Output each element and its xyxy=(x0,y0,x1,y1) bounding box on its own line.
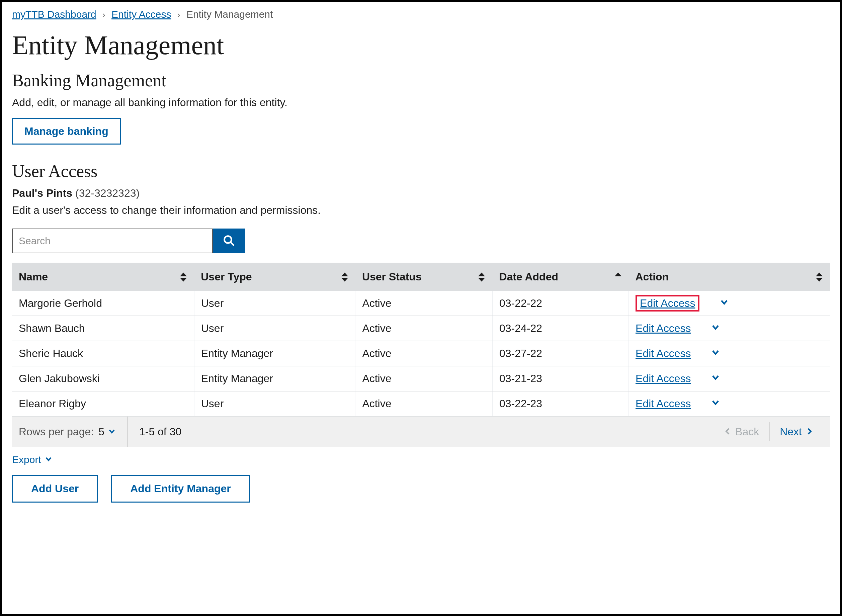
search-icon xyxy=(223,235,235,248)
sort-icon xyxy=(341,272,348,282)
col-header-user-type[interactable]: User Type xyxy=(194,263,355,291)
cell-name: Glen Jakubowski xyxy=(12,366,194,391)
pagination-back-button[interactable]: Back xyxy=(714,417,769,447)
chevron-down-icon xyxy=(41,454,53,465)
sort-icon xyxy=(180,272,187,282)
edit-access-link[interactable]: Edit Access xyxy=(635,322,691,334)
edit-access-link[interactable]: Edit Access xyxy=(635,347,691,359)
pagination-range: 1-5 of 30 xyxy=(128,425,181,438)
cell-action: Edit Access xyxy=(629,291,830,316)
edit-access-link[interactable]: Edit Access xyxy=(635,295,700,311)
table-row: Eleanor RigbyUserActive03-22-23Edit Acce… xyxy=(12,391,830,416)
col-header-action[interactable]: Action xyxy=(629,263,830,291)
sort-icon xyxy=(816,272,823,282)
row-expand-toggle[interactable] xyxy=(711,373,720,385)
banking-section-description: Add, edit, or manage all banking informa… xyxy=(12,96,830,109)
breadcrumb-current: Entity Management xyxy=(186,9,273,20)
col-header-user-status[interactable]: User Status xyxy=(355,263,493,291)
sort-icon xyxy=(478,272,485,282)
cell-user-status: Active xyxy=(355,366,493,391)
search-input[interactable] xyxy=(12,229,213,253)
export-label: Export xyxy=(12,454,41,465)
user-access-table: Name User Type User Status Date Added Ac… xyxy=(12,263,830,417)
cell-user-type: Entity Manager xyxy=(194,341,355,366)
rows-per-page-label: Rows per page: xyxy=(19,425,94,438)
cell-name: Margorie Gerhold xyxy=(12,291,194,316)
cell-user-status: Active xyxy=(355,291,493,316)
breadcrumb: myTTB Dashboard › Entity Access › Entity… xyxy=(12,9,830,20)
banking-section-title: Banking Management xyxy=(12,70,830,90)
row-expand-toggle[interactable] xyxy=(720,297,729,309)
add-user-button[interactable]: Add User xyxy=(12,475,98,503)
col-header-label: Date Added xyxy=(499,271,558,283)
breadcrumb-link-entity-access[interactable]: Entity Access xyxy=(111,9,171,20)
chevron-down-icon xyxy=(108,425,116,438)
manage-banking-button[interactable]: Manage banking xyxy=(12,118,121,145)
cell-user-type: Entity Manager xyxy=(194,366,355,391)
cell-user-type: User xyxy=(194,316,355,341)
cell-name: Eleanor Rigby xyxy=(12,391,194,416)
chevron-right-icon: › xyxy=(177,10,180,20)
chevron-down-icon xyxy=(711,397,720,409)
edit-access-link[interactable]: Edit Access xyxy=(635,397,691,409)
col-header-label: Action xyxy=(635,271,669,283)
chevron-right-icon xyxy=(805,425,813,438)
chevron-down-icon xyxy=(711,347,720,359)
search-button[interactable] xyxy=(213,229,245,253)
cell-action: Edit Access xyxy=(629,391,830,416)
cell-date-added: 03-24-22 xyxy=(492,316,628,341)
chevron-down-icon xyxy=(711,322,720,334)
col-header-name[interactable]: Name xyxy=(12,263,194,291)
cell-user-type: User xyxy=(194,391,355,416)
table-row: Margorie GerholdUserActive03-22-22Edit A… xyxy=(12,291,830,316)
cell-user-status: Active xyxy=(355,341,493,366)
page-title: Entity Management xyxy=(12,30,830,60)
chevron-down-icon xyxy=(711,373,720,384)
cell-action: Edit Access xyxy=(629,341,830,366)
cell-date-added: 03-22-22 xyxy=(492,291,628,316)
cell-user-type: User xyxy=(194,291,355,316)
table-footer: Rows per page: 5 1-5 of 30 Back Next xyxy=(12,417,830,447)
breadcrumb-link-dashboard[interactable]: myTTB Dashboard xyxy=(12,9,96,20)
cell-user-status: Active xyxy=(355,316,493,341)
add-entity-manager-button[interactable]: Add Entity Manager xyxy=(111,475,250,503)
entity-identity: Paul's Pints (32-3232323) xyxy=(12,187,830,199)
cell-user-status: Active xyxy=(355,391,493,416)
row-expand-toggle[interactable] xyxy=(711,347,720,360)
edit-access-link[interactable]: Edit Access xyxy=(635,373,691,384)
user-access-title: User Access xyxy=(12,161,830,181)
cell-date-added: 03-21-23 xyxy=(492,366,628,391)
cell-name: Shawn Bauch xyxy=(12,316,194,341)
cell-name: Sherie Hauck xyxy=(12,341,194,366)
table-row: Shawn BauchUserActive03-24-22Edit Access xyxy=(12,316,830,341)
col-header-label: User Status xyxy=(362,271,422,283)
entity-name: Paul's Pints xyxy=(12,187,72,199)
cell-action: Edit Access xyxy=(629,366,830,391)
sort-asc-icon xyxy=(615,272,622,282)
col-header-label: User Type xyxy=(201,271,252,283)
row-expand-toggle[interactable] xyxy=(711,322,720,334)
col-header-date-added[interactable]: Date Added xyxy=(492,263,628,291)
user-access-description: Edit a user's access to change their inf… xyxy=(12,204,830,217)
row-expand-toggle[interactable] xyxy=(711,397,720,410)
pagination-next-button[interactable]: Next xyxy=(770,417,823,447)
cell-date-added: 03-22-23 xyxy=(492,391,628,416)
rows-per-page-value: 5 xyxy=(98,425,104,438)
svg-point-0 xyxy=(224,236,232,243)
svg-line-1 xyxy=(230,242,234,246)
table-row: Sherie HauckEntity ManagerActive03-27-22… xyxy=(12,341,830,366)
chevron-right-icon: › xyxy=(103,10,106,20)
table-row: Glen JakubowskiEntity ManagerActive03-21… xyxy=(12,366,830,391)
chevron-left-icon xyxy=(724,425,732,438)
chevron-down-icon xyxy=(720,297,729,309)
rows-per-page-selector[interactable]: Rows per page: 5 xyxy=(19,417,128,447)
pagination-next-label: Next xyxy=(780,425,802,438)
cell-date-added: 03-27-22 xyxy=(492,341,628,366)
cell-action: Edit Access xyxy=(629,316,830,341)
pagination-back-label: Back xyxy=(735,425,759,438)
export-button[interactable]: Export xyxy=(12,454,53,465)
col-header-label: Name xyxy=(19,271,48,283)
entity-id: (32-3232323) xyxy=(75,187,139,199)
